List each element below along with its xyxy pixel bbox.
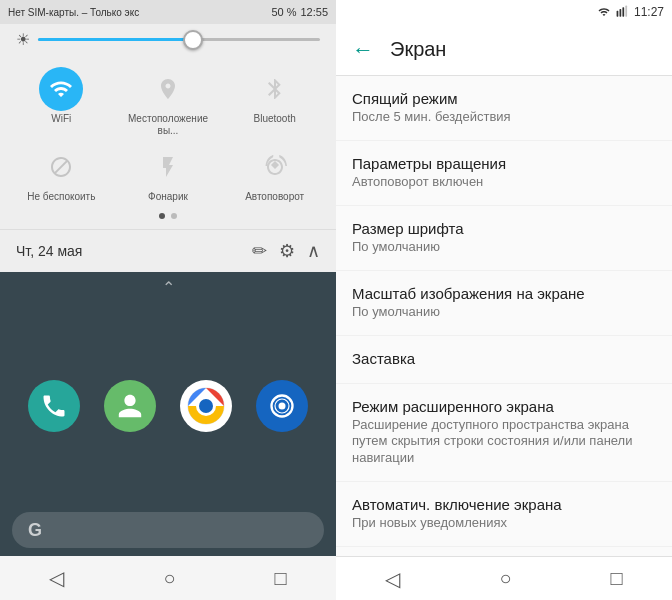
left-recent-button[interactable]: □ — [274, 567, 286, 590]
settings-item-3[interactable]: Масштаб изображения на экранеПо умолчани… — [336, 271, 672, 336]
right-time: 11:27 — [634, 5, 664, 19]
settings-item-title-1: Параметры вращения — [352, 155, 656, 172]
date-actions: ✏ ⚙ ∧ — [252, 240, 320, 262]
settings-item-title-3: Масштаб изображения на экране — [352, 285, 656, 302]
handle-icon: ⌃ — [162, 278, 175, 297]
brightness-slider[interactable] — [38, 38, 320, 41]
left-panel: Нет SIM-карты. – Только экс 50 % 12:55 ☀ — [0, 0, 336, 600]
settings-item-title-0: Спящий режим — [352, 90, 656, 107]
wifi-label: WiFi — [51, 113, 71, 125]
rotate-label: Автоповорот — [245, 191, 304, 203]
right-home-button[interactable]: ○ — [499, 567, 511, 590]
right-back-button[interactable]: ◁ — [385, 567, 400, 591]
tile-wifi[interactable]: WiFi — [16, 67, 106, 125]
app-icon-phone[interactable] — [28, 380, 80, 432]
tile-rotate[interactable]: Автоповорот — [230, 145, 320, 203]
right-recent-button[interactable]: □ — [610, 567, 622, 590]
brightness-icon: ☀ — [16, 30, 30, 49]
date-text: Чт, 24 мая — [16, 243, 244, 259]
dnd-tile-icon — [39, 145, 83, 189]
brightness-thumb[interactable] — [183, 30, 203, 50]
home-screen: ⌃ — [0, 272, 336, 556]
location-label: Местоположение вы... — [123, 113, 213, 137]
brightness-fill — [38, 38, 193, 41]
settings-item-6[interactable]: Автоматич. включение экранаПри новых уве… — [336, 482, 672, 547]
date-row: Чт, 24 мая ✏ ⚙ ∧ — [0, 229, 336, 272]
search-bar[interactable]: G — [12, 512, 324, 548]
app-icon-contacts[interactable] — [104, 380, 156, 432]
left-status-bar: Нет SIM-карты. – Только экс 50 % 12:55 — [0, 0, 336, 24]
rotate-tile-icon — [253, 145, 297, 189]
tile-dnd[interactable]: Не беспокоить — [16, 145, 106, 203]
bluetooth-tile-icon — [253, 67, 297, 111]
svg-point-3 — [199, 399, 213, 413]
wifi-status-icon — [596, 6, 612, 18]
bluetooth-label: Bluetooth — [254, 113, 296, 125]
search-bar-row: G — [0, 512, 336, 556]
app-icon-chrome[interactable] — [180, 380, 232, 432]
settings-item-subtitle-2: По умолчанию — [352, 239, 656, 256]
svg-rect-9 — [622, 7, 624, 16]
app-icon-messages[interactable] — [256, 380, 308, 432]
collapse-icon[interactable]: ∧ — [307, 240, 320, 262]
signal-status-icon — [616, 5, 630, 19]
app-icons-row — [0, 299, 336, 512]
settings-item-subtitle-5: Расширение доступного пространства экран… — [352, 417, 656, 468]
settings-item-title-2: Размер шрифта — [352, 220, 656, 237]
svg-rect-10 — [625, 6, 627, 17]
settings-icon[interactable]: ⚙ — [279, 240, 295, 262]
tile-flashlight[interactable]: Фонарик — [123, 145, 213, 203]
settings-item-subtitle-3: По умолчанию — [352, 304, 656, 321]
right-panel: 11:27 ← Экран Спящий режимПосле 5 мин. б… — [336, 0, 672, 600]
edit-icon[interactable]: ✏ — [252, 240, 267, 262]
settings-item-5[interactable]: Режим расширенного экранаРасширение дост… — [336, 384, 672, 483]
flashlight-tile-icon — [146, 145, 190, 189]
left-nav-bar: ◁ ○ □ — [0, 556, 336, 600]
settings-item-subtitle-6: При новых уведомлениях — [352, 515, 656, 532]
settings-item-title-4: Заставка — [352, 350, 656, 367]
page-dots — [0, 207, 336, 225]
tiles-row-2: Не беспокоить Фонарик Автоповорот — [0, 141, 336, 207]
svg-point-6 — [279, 402, 286, 409]
left-battery-text: 50 % — [271, 6, 296, 18]
svg-rect-8 — [619, 9, 621, 17]
settings-list: Спящий режимПосле 5 мин. бездействияПара… — [336, 76, 672, 556]
brightness-row: ☀ — [0, 24, 336, 55]
left-time: 12:55 — [300, 6, 328, 18]
settings-item-title-6: Автоматич. включение экрана — [352, 496, 656, 513]
dnd-label: Не беспокоить — [27, 191, 95, 203]
quick-tiles: WiFi Местоположение вы... Bluetooth — [0, 55, 336, 229]
svg-rect-7 — [617, 11, 619, 17]
flashlight-label: Фонарик — [148, 191, 188, 203]
wifi-tile-icon — [39, 67, 83, 111]
location-tile-icon — [146, 67, 190, 111]
settings-item-2[interactable]: Размер шрифтаПо умолчанию — [336, 206, 672, 271]
back-button[interactable]: ← — [352, 37, 374, 63]
left-home-button[interactable]: ○ — [163, 567, 175, 590]
settings-item-1[interactable]: Параметры вращенияАвтоповорот включен — [336, 141, 672, 206]
settings-item-4[interactable]: Заставка — [336, 336, 672, 384]
page-title: Экран — [390, 38, 446, 61]
tile-bluetooth[interactable]: Bluetooth — [230, 67, 320, 125]
tile-location[interactable]: Местоположение вы... — [123, 67, 213, 137]
left-status-text: Нет SIM-карты. – Только экс — [8, 7, 139, 18]
right-nav-bar: ◁ ○ □ — [336, 556, 672, 600]
dot-2 — [171, 213, 177, 219]
settings-item-subtitle-1: Автоповорот включен — [352, 174, 656, 191]
settings-item-subtitle-0: После 5 мин. бездействия — [352, 109, 656, 126]
settings-item-0[interactable]: Спящий режимПосле 5 мин. бездействия — [336, 76, 672, 141]
left-back-button[interactable]: ◁ — [49, 566, 64, 590]
right-header: ← Экран — [336, 24, 672, 76]
dot-1 — [159, 213, 165, 219]
settings-item-title-5: Режим расширенного экрана — [352, 398, 656, 415]
right-status-bar: 11:27 — [336, 0, 672, 24]
google-g: G — [28, 520, 42, 541]
tiles-row-1: WiFi Местоположение вы... Bluetooth — [0, 63, 336, 141]
home-handle[interactable]: ⌃ — [0, 272, 336, 299]
